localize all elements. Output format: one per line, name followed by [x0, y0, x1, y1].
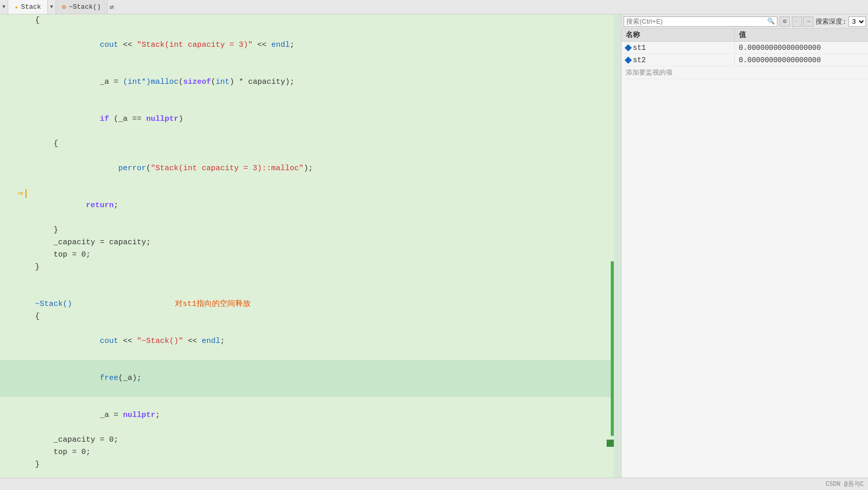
watch-row-st2[interactable]: st2 0.00000000000000000 [622, 54, 868, 66]
search-magnifier-icon: 🔍 [767, 17, 775, 25]
dropdown-arrow-icon-2: ▼ [50, 4, 53, 10]
add-watch-label: 添加要监视的项 [626, 68, 672, 77]
search-box[interactable]: 🔍 [624, 16, 777, 27]
watch-table: 名称 值 st1 0.00000000000000000 st2 0.00000… [622, 29, 868, 478]
code-text: _a = nullptr; [31, 397, 160, 434]
code-text: cout << "~Stack()" << endl; [31, 323, 225, 360]
code-text: ~Stack() 对st1指向的空间释放 [31, 298, 621, 311]
code-line: { [0, 14, 621, 27]
code-line: top = 0; [0, 249, 621, 261]
code-text: { [31, 138, 58, 150]
code-line: } [0, 261, 621, 274]
code-line: top = 0; [0, 446, 621, 459]
st1-icon [625, 44, 632, 51]
watch-panel: 🔍 ⚙ ← → 搜索深度: 3 1 2 4 5 名称 值 [621, 14, 868, 478]
tab-dropdown-2[interactable]: ▼ [48, 0, 56, 14]
watch-row-st1[interactable]: st1 0.00000000000000000 [622, 42, 868, 54]
st2-icon [625, 56, 632, 63]
annotation-text: 对st1指向的空间释放 [175, 298, 251, 311]
nav-arrows: ← → [792, 16, 813, 27]
col-name-header: 名称 [622, 29, 735, 41]
mini-map-thumb [607, 440, 614, 447]
code-text: } [31, 459, 40, 471]
code-text: { [31, 311, 40, 323]
nav-forward-btn[interactable]: → [803, 16, 813, 27]
tab-destructor-label: ~Stack() [69, 3, 101, 11]
watch-table-header: 名称 值 [622, 29, 868, 42]
st1-name: st1 [633, 44, 646, 52]
st2-value: 0.00000000000000000 [735, 55, 868, 65]
watermark-text: CSDN @吾与C [826, 480, 864, 488]
code-line: { [0, 311, 621, 323]
nav-back-btn[interactable]: ← [792, 16, 802, 27]
code-text: _a = (int*)malloc(sizeof(int) * capacity… [31, 64, 294, 101]
code-line-highlighted: free(_a); [0, 360, 621, 397]
code-line: cout << "~Stack()" << endl; [0, 323, 621, 360]
code-text: _capacity = 0; [31, 434, 118, 446]
depth-select[interactable]: 3 1 2 4 5 [848, 16, 866, 27]
code-line: ~Stack() 对st1指向的空间释放 [0, 298, 621, 311]
col-value-header: 值 [735, 29, 868, 41]
st1-value: 0.00000000000000000 [735, 43, 868, 53]
add-watch-row[interactable]: 添加要监视的项 [622, 66, 868, 79]
watch-row-name: st1 [622, 43, 735, 53]
code-panel[interactable]: { cout << "Stack(int capacity = 3)" << e… [0, 14, 621, 478]
code-text: cout << "Stack(int capacity = 3)" << end… [31, 27, 294, 64]
code-line: _capacity = capacity; [0, 237, 621, 249]
code-line: { [0, 138, 621, 150]
scrollbar-track[interactable] [614, 14, 621, 478]
code-text: top = 0; [31, 446, 91, 459]
main-area: { cout << "Stack(int capacity = 3)" << e… [0, 14, 868, 478]
search-input[interactable] [626, 17, 767, 25]
depth-label: 搜索深度: [816, 17, 846, 26]
code-line: } [0, 459, 621, 471]
code-text: top = 0; [31, 249, 91, 261]
code-line: ⇒| return; [0, 187, 621, 224]
code-line: _a = nullptr; [0, 397, 621, 434]
tab-stack-label: Stack [21, 3, 41, 11]
code-content: { cout << "Stack(int capacity = 3)" << e… [0, 14, 621, 471]
code-line [0, 274, 621, 286]
code-line [0, 286, 621, 298]
arrow-indicator: ⇒| [15, 187, 31, 199]
code-line: } [0, 224, 621, 237]
tab-destructor-icon: ⊖ [62, 3, 66, 11]
nav-toggle-icon[interactable]: ⇄ [110, 3, 114, 11]
top-bar: ▼ ✦ Stack ▼ ⊖ ~Stack() ⇄ [0, 0, 868, 14]
code-line: _a = (int*)malloc(sizeof(int) * capacity… [0, 64, 621, 101]
code-line: cout << "Stack(int capacity = 3)" << end… [0, 27, 621, 64]
tab-destructor[interactable]: ⊖ ~Stack() [56, 0, 108, 14]
code-text: { [31, 14, 40, 27]
code-text: return; [31, 187, 118, 224]
bottom-bar: CSDN @吾与C [0, 478, 868, 490]
code-text: perror("Stack(int capacity = 3)::malloc"… [31, 150, 313, 187]
watch-toolbar: 🔍 ⚙ ← → 搜索深度: 3 1 2 4 5 [622, 14, 868, 29]
code-line: _capacity = 0; [0, 434, 621, 446]
code-text: _capacity = capacity; [31, 237, 151, 249]
code-text: free(_a); [31, 360, 141, 397]
search-settings-btn[interactable]: ⚙ [780, 16, 790, 27]
code-text: if (_a == nullptr) [31, 101, 183, 138]
watch-row-name: st2 [622, 55, 735, 65]
code-line: perror("Stack(int capacity = 3)::malloc"… [0, 150, 621, 187]
tab-dropdown-1[interactable]: ▼ [0, 0, 8, 14]
dropdown-arrow-icon: ▼ [2, 4, 5, 10]
code-line: if (_a == nullptr) [0, 101, 621, 138]
st2-name: st2 [633, 56, 646, 64]
code-text: } [31, 261, 40, 274]
tab-stack[interactable]: ✦ Stack [8, 0, 48, 14]
code-text: } [31, 224, 58, 237]
tab-stack-icon: ✦ [14, 3, 19, 11]
